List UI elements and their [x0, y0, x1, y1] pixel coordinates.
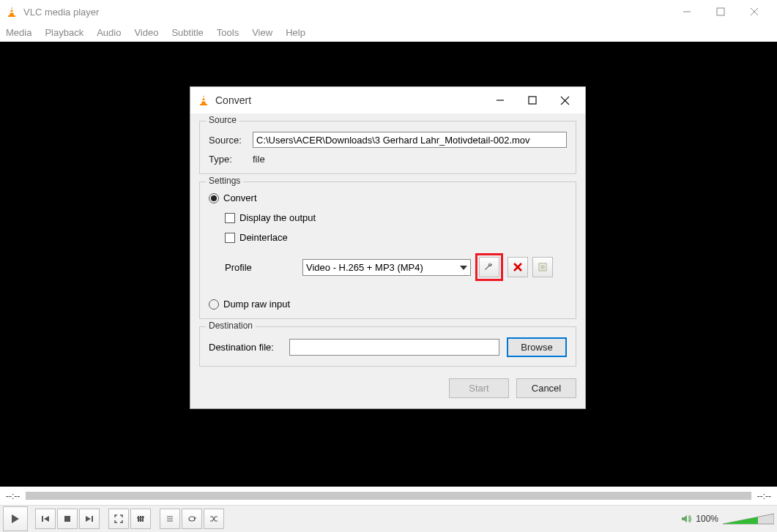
prev-button[interactable] — [35, 509, 56, 529]
source-label: Source: — [209, 135, 253, 146]
destination-input[interactable] — [289, 339, 499, 356]
new-profile-button[interactable] — [532, 257, 553, 277]
type-label: Type: — [209, 154, 253, 165]
svg-rect-9 — [42, 516, 43, 522]
svg-rect-1 — [8, 15, 15, 17]
dialog-titlebar: Convert — [190, 87, 585, 113]
dialog-minimize-button[interactable] — [487, 90, 513, 110]
svg-marker-27 — [201, 95, 206, 104]
profile-select[interactable]: Video - H.265 + MP3 (MP4) — [302, 259, 471, 276]
menu-media[interactable]: Media — [6, 27, 31, 38]
convert-dialog: Convert Source Source: Type: file Settin… — [190, 86, 586, 409]
svg-marker-0 — [10, 7, 14, 15]
new-profile-icon — [538, 262, 548, 272]
profile-label: Profile — [225, 262, 298, 273]
main-title: VLC media player — [23, 7, 670, 18]
source-legend: Source — [206, 115, 239, 125]
dump-raw-label: Dump raw input — [223, 299, 290, 310]
dialog-close-button[interactable] — [551, 90, 578, 110]
dialog-maximize-button[interactable] — [519, 90, 546, 110]
source-groupbox: Source Source: Type: file — [199, 121, 576, 174]
time-remaining: --:-- — [757, 491, 771, 501]
svg-rect-2 — [10, 9, 13, 10]
svg-rect-28 — [200, 104, 207, 105]
maximize-button[interactable] — [704, 0, 737, 23]
settings-legend: Settings — [206, 176, 243, 186]
svg-marker-10 — [44, 516, 49, 522]
svg-rect-17 — [137, 517, 140, 519]
menu-help[interactable]: Help — [286, 27, 305, 38]
menu-audio[interactable]: Audio — [97, 27, 121, 38]
minimize-button[interactable] — [670, 0, 704, 23]
volume-percent: 100% — [696, 514, 718, 524]
dialog-title: Convert — [215, 94, 487, 106]
svg-rect-11 — [64, 516, 70, 522]
profile-value: Video - H.265 + MP3 (MP4) — [306, 262, 423, 273]
seek-track[interactable] — [26, 492, 751, 500]
destination-groupbox: Destination Destination file: Browse — [199, 326, 576, 367]
svg-marker-26 — [723, 517, 758, 524]
edit-profile-button[interactable] — [479, 257, 499, 277]
deinterlace-checkbox[interactable]: Deinterlace — [225, 232, 567, 243]
speaker-icon[interactable] — [681, 514, 693, 524]
menu-playback[interactable]: Playback — [45, 27, 83, 38]
destination-legend: Destination — [206, 321, 256, 331]
stop-button[interactable] — [57, 509, 78, 529]
source-input[interactable] — [253, 132, 567, 148]
start-button[interactable]: Start — [449, 378, 509, 398]
play-button[interactable] — [3, 506, 28, 531]
next-button[interactable] — [79, 509, 100, 529]
main-titlebar: VLC media player — [0, 0, 777, 23]
menu-tools[interactable]: Tools — [217, 27, 239, 38]
destination-label: Destination file: — [209, 342, 282, 353]
svg-rect-19 — [141, 517, 144, 518]
svg-rect-29 — [202, 97, 205, 99]
playlist-button[interactable] — [160, 509, 180, 529]
dump-raw-radio[interactable]: Dump raw input — [209, 299, 567, 310]
svg-marker-8 — [12, 514, 19, 523]
vlc-cone-icon — [198, 94, 209, 106]
controls-bar: 100% — [0, 505, 777, 532]
deinterlace-label: Deinterlace — [239, 232, 288, 243]
ext-settings-button[interactable] — [130, 509, 151, 529]
chevron-down-icon — [460, 263, 467, 274]
checkbox-icon — [225, 233, 235, 243]
svg-rect-5 — [717, 8, 724, 15]
display-output-checkbox[interactable]: Display the output — [225, 212, 567, 223]
svg-rect-14 — [138, 516, 139, 522]
fullscreen-button[interactable] — [108, 509, 129, 529]
random-button[interactable] — [204, 509, 224, 529]
svg-rect-15 — [140, 516, 141, 522]
settings-groupbox: Settings Convert Display the output Dein… — [199, 181, 576, 319]
edit-profile-highlight — [475, 253, 503, 281]
menu-video[interactable]: Video — [134, 27, 158, 38]
seekbar: --:-- --:-- — [0, 487, 777, 505]
svg-rect-32 — [529, 97, 536, 104]
browse-button[interactable]: Browse — [507, 337, 567, 357]
radio-icon — [209, 299, 219, 310]
svg-marker-12 — [86, 516, 91, 522]
type-value: file — [253, 154, 265, 165]
menu-subtitle[interactable]: Subtitle — [171, 27, 203, 38]
display-output-label: Display the output — [239, 212, 316, 223]
volume-slider[interactable] — [723, 512, 774, 525]
convert-radio[interactable]: Convert — [209, 192, 567, 203]
svg-marker-35 — [460, 266, 467, 270]
svg-rect-30 — [202, 100, 206, 102]
delete-profile-button[interactable] — [508, 257, 528, 277]
x-icon — [513, 262, 523, 272]
svg-marker-24 — [682, 515, 687, 522]
close-button[interactable] — [737, 0, 771, 23]
loop-button[interactable] — [182, 509, 202, 529]
svg-rect-3 — [10, 12, 14, 13]
convert-radio-label: Convert — [223, 192, 257, 203]
menu-view[interactable]: View — [252, 27, 272, 38]
svg-rect-18 — [139, 520, 142, 521]
checkbox-icon — [225, 213, 235, 223]
cancel-button[interactable]: Cancel — [516, 378, 576, 398]
menubar: Media Playback Audio Video Subtitle Tool… — [0, 23, 777, 42]
time-elapsed: --:-- — [6, 491, 20, 501]
svg-rect-13 — [92, 516, 93, 522]
wrench-icon — [483, 261, 495, 273]
radio-icon — [209, 193, 219, 203]
